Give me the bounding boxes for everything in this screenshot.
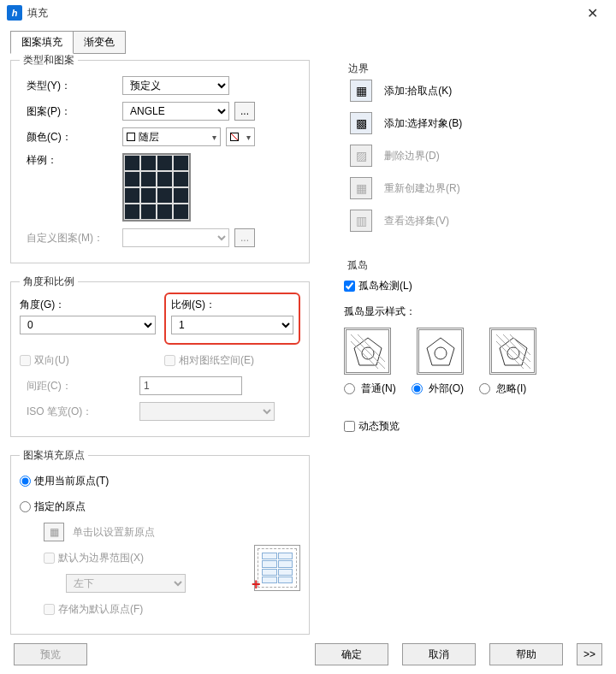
island-style-label: 孤岛显示样式： [344,304,416,319]
island-outer-radio[interactable]: 外部(O) [412,381,464,396]
custom-pattern-more-button: ... [234,228,255,247]
chevron-down-icon: ▾ [246,133,251,142]
group-origin: 图案填充原点 使用当前原点(T) 指定的原点 ▦ 单击以设置新原点 默认为边界范… [10,448,310,635]
title-bar: h 填充 ✕ [0,0,616,26]
pattern-preview[interactable] [122,153,191,222]
iso-pen-select [139,402,275,421]
pattern-select[interactable]: ANGLE [122,102,229,121]
dynamic-preview-checkbox[interactable]: 动态预览 [344,419,400,434]
scale-label: 比例(S)： [171,298,293,312]
recreate-boundary-label: 重新创建边界(R) [384,181,460,196]
iso-pen-label: ISO 笔宽(O)： [20,405,139,419]
store-default-checkbox: 存储为默认原点(F) [44,602,143,617]
custom-pattern-select [122,228,229,247]
island-style-normal-thumb[interactable] [344,328,391,375]
island-style-outer-thumb[interactable] [417,328,464,375]
spacing-label: 间距(C)： [20,379,139,393]
add-select-object-label[interactable]: 添加:选择对象(B) [384,116,462,131]
pattern-more-button[interactable]: ... [234,102,255,121]
close-button[interactable]: ✕ [575,0,609,26]
legend-type-pattern: 类型和图案 [20,53,78,68]
remove-boundary-icon: ▨ [350,145,372,167]
island-ignore-radio[interactable]: 忽略(I) [479,381,526,396]
ok-button[interactable]: 确定 [315,643,388,665]
add-pick-point-label[interactable]: 添加:拾取点(K) [384,84,452,98]
color-value-text: 随层 [139,131,159,143]
use-current-origin-radio[interactable]: 使用当前原点(T) [20,474,109,488]
custom-pattern-label: 自定义图案(M)： [20,231,122,245]
preview-button: 预览 [14,643,87,665]
color-bg-select[interactable]: ▾ [226,127,255,146]
color-select[interactable]: 随层 ▾ [122,127,221,146]
svg-point-6 [435,347,447,359]
click-set-new-label: 单击以设置新原点 [73,525,155,540]
expand-button[interactable]: >> [577,643,602,665]
type-label: 类型(Y)： [20,79,122,93]
view-selection-label: 查看选择集(V) [384,214,449,228]
recreate-boundary-icon: ▦ [350,177,372,199]
scale-highlight-box: 比例(S)： 1 [164,293,300,345]
legend-angle-scale: 角度和比例 [20,275,78,289]
legend-origin: 图案填充原点 [20,448,88,463]
specified-origin-radio[interactable]: 指定的原点 [20,500,86,514]
double-dir-checkbox: 双向(U) [20,354,69,366]
pentagon-dense-hatch-icon [496,334,530,369]
select-object-icon[interactable]: ▩ [350,112,372,134]
window-title: 填充 [27,6,48,21]
chevron-down-icon: ▾ [212,133,216,142]
color-swatch-icon [127,133,135,141]
plus-icon: + [252,576,261,594]
view-selection-icon: ▥ [350,210,372,232]
corner-select: 左下 [66,574,186,593]
group-angle-scale: 角度和比例 角度(G)： 0 比例(S)： 1 双向(U) 相对图纸空间(E) [10,275,310,437]
pattern-label: 图案(P)： [20,104,122,119]
default-bounds-checkbox: 默认为边界范围(X) [44,551,144,565]
button-bar: 预览 确定 取消 帮助 >> [0,643,616,665]
legend-boundary: 边界 [345,62,372,76]
set-origin-icon-button: ▦ [44,523,64,541]
relative-paper-checkbox: 相对图纸空间(E) [164,354,254,366]
scale-select[interactable]: 1 [171,316,293,334]
type-select[interactable]: 预定义 [122,76,229,95]
svg-line-3 [351,334,385,369]
none-color-icon [230,133,239,141]
angle-select[interactable]: 0 [20,316,156,334]
pick-point-icon[interactable]: ▦ [350,80,372,102]
island-detect-checkbox[interactable]: 孤岛检测(L) [344,279,412,293]
angle-label: 角度(G)： [20,298,156,312]
group-type-pattern: 类型和图案 类型(Y)： 预定义 图案(P)： ANGLE ... 颜色(C)： [10,53,310,263]
color-label: 颜色(C)： [20,130,122,145]
help-button[interactable]: 帮助 [489,643,563,665]
tab-gradient[interactable]: 渐变色 [73,31,126,54]
tab-pattern-fill[interactable]: 图案填充 [10,31,74,54]
tab-bar: 图案填充 渐变色 [10,31,616,54]
island-normal-radio[interactable]: 普通(N) [344,381,396,396]
remove-boundary-label: 删除边界(D) [384,149,440,163]
spacing-input [139,376,242,395]
cancel-button[interactable]: 取消 [402,643,476,665]
island-style-ignore-thumb[interactable] [489,328,536,375]
pentagon-icon [424,334,458,369]
legend-island: 孤岛 [344,258,371,273]
svg-marker-5 [427,338,454,365]
sample-label: 样例： [20,153,122,168]
pentagon-hatched-icon [351,334,385,369]
app-icon: h [7,5,22,21]
origin-preview: + [254,545,300,591]
svg-line-10 [496,334,530,369]
